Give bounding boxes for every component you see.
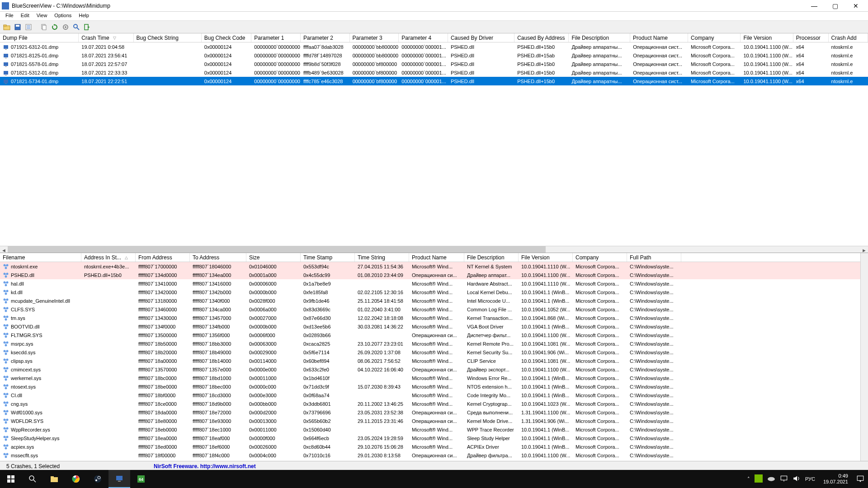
bluescreenview-taskbar-icon[interactable] [108,470,130,488]
module-row[interactable]: mssecflt.sysfffff807`18f00000fffff807`18… [0,451,860,460]
module-row[interactable]: tm.sysfffff807`13430000fffff807`13457000… [0,314,860,322]
column-header[interactable]: Time String [355,253,409,262]
column-header[interactable]: Parameter 2 [301,33,350,42]
search-icon[interactable] [22,470,43,488]
clock[interactable]: 0:49 19.07.2021 [820,473,852,485]
cell: Microsoft® Wind... [409,314,464,322]
column-header[interactable]: Processor [793,33,829,42]
notifications-icon[interactable] [856,474,864,483]
column-header[interactable]: Company [573,253,627,262]
column-header[interactable]: Company [688,33,741,42]
cell: Microsoft® Wind... [409,399,464,408]
scroll-left-icon[interactable]: ◄ [0,246,8,253]
column-header[interactable]: Filename [0,253,81,262]
copy-icon[interactable] [39,22,49,32]
module-row[interactable]: BOOTVID.dllfffff807`134f0000fffff807`134… [0,322,860,331]
volume-icon[interactable] [793,474,801,483]
module-row[interactable]: PSHED.dllPSHED.dll+15b0fffff807`134d0000… [0,271,860,279]
column-header[interactable]: Crash Add [829,33,868,42]
menu-help[interactable]: Help [75,12,93,20]
module-row[interactable]: ntosext.sysfffff807`18be0000fffff807`18b… [0,382,860,391]
nvidia-icon[interactable] [755,474,763,483]
language-indicator[interactable]: РУС [805,476,815,482]
module-row[interactable]: msrpc.sysfffff807`18b50000fffff807`18bb3… [0,339,860,348]
start-button[interactable] [0,470,22,488]
crash-list-body[interactable]: 071921-6312-01.dmp19.07.2021 0:04:580x00… [0,42,868,246]
module-row[interactable]: ksecdd.sysfffff807`18b20000fffff807`18b4… [0,348,860,357]
column-header[interactable]: Parameter 1 [251,33,301,42]
vertical-scrollbar[interactable] [860,253,868,461]
find-icon[interactable] [71,22,81,32]
column-header[interactable]: Bug Check String [134,33,202,42]
column-header[interactable]: Caused By Address [514,33,569,42]
tray-chevron-icon[interactable]: ˄ [747,476,750,482]
cell: PSHED.dll [448,51,514,60]
module-row[interactable]: werkernel.sysfffff807`18bc0000fffff807`1… [0,374,860,382]
column-header[interactable]: Dump File [0,33,79,42]
module-row[interactable]: mcupdate_GenuineIntel.dllfffff807`131800… [0,296,860,305]
column-header[interactable]: File Description [569,33,630,42]
exit-icon[interactable] [82,22,92,32]
module-row[interactable]: cng.sysfffff807`18ce0000fffff807`18d9b00… [0,399,860,408]
column-header[interactable]: File Description [464,253,519,262]
module-row[interactable]: FLTMGR.SYSfffff807`13500000fffff807`1356… [0,331,860,339]
column-header[interactable]: File Version [741,33,793,42]
network-icon[interactable] [780,474,788,483]
module-row[interactable]: Wdf01000.sysfffff807`18da0000fffff807`18… [0,408,860,417]
column-header[interactable]: Address In St...△ [81,253,136,262]
module-row[interactable]: ntoskrnl.exentoskrnl.exe+4b3e...fffff807… [0,262,860,271]
module-row[interactable]: WDFLDR.SYSfffff807`18e80000fffff807`18e9… [0,417,860,425]
refresh-icon[interactable] [50,22,60,32]
column-header[interactable]: Full Path [627,253,681,262]
module-row[interactable]: CI.dllfffff807`18bf0000fffff807`18cd3000… [0,391,860,399]
onedrive-icon[interactable] [767,474,775,483]
crash-row[interactable]: 071821-8125-01.dmp18.07.2021 23:56:410x0… [0,51,868,60]
crash-row[interactable]: 071821-5734-01.dmp18.07.2021 22:22:510x0… [0,77,868,85]
maximize-button[interactable]: ▢ [825,0,845,12]
module-row[interactable]: cmimcext.sysfffff807`13570000fffff807`13… [0,365,860,374]
column-header[interactable]: File Version [519,253,573,262]
module-row[interactable]: hal.dllfffff807`13410000fffff807`1341600… [0,279,860,288]
crash-row[interactable]: 071821-5578-01.dmp18.07.2021 22:57:070x0… [0,60,868,68]
open-icon[interactable] [2,22,12,32]
module-row[interactable]: WppRecorder.sysfffff807`18eb0000fffff807… [0,425,860,434]
module-list-body[interactable]: ntoskrnl.exentoskrnl.exe+4b3e...fffff807… [0,262,860,461]
crash-row[interactable]: 071821-5312-01.dmp18.07.2021 22:33:330x0… [0,68,868,77]
options-icon[interactable] [61,22,71,32]
module-row[interactable]: acpiex.sysfffff807`18ed0000fffff807`18ef… [0,442,860,451]
module-row[interactable]: SleepStudyHelper.sysfffff807`18ea0000fff… [0,434,860,442]
cell: fffff807`13420000 [136,288,190,296]
column-header[interactable]: Parameter 3 [350,33,399,42]
menu-options[interactable]: Options [51,12,75,20]
explorer-icon[interactable] [43,470,65,488]
column-header[interactable]: To Address [190,253,246,262]
scroll-thumb[interactable] [8,246,546,253]
crash-row[interactable]: 071921-6312-01.dmp19.07.2021 0:04:580x00… [0,42,868,51]
svg-rect-164 [857,476,863,480]
minimize-button[interactable]: — [804,0,825,12]
menu-edit[interactable]: Edit [17,12,33,20]
properties-icon[interactable] [24,22,33,32]
cell: 12.02.2042 18:18:08 [355,314,409,322]
steam-icon[interactable] [87,470,108,488]
x64-icon[interactable]: 64 [130,470,152,488]
scroll-right-icon[interactable]: ► [860,246,868,253]
module-row[interactable]: clipsp.sysfffff807`18a00000fffff807`18b1… [0,357,860,365]
column-header[interactable]: Crash Time▽ [79,33,133,42]
column-header[interactable]: Bug Check Code [202,33,252,42]
horizontal-scrollbar[interactable]: ◄ ► [0,246,868,253]
menu-file[interactable]: File [2,12,17,20]
column-header[interactable]: Time Stamp [301,253,355,262]
menu-view[interactable]: View [33,12,51,20]
column-header[interactable]: Product Name [409,253,464,262]
chrome-icon[interactable] [65,470,87,488]
column-header[interactable]: Parameter 4 [399,33,448,42]
column-header[interactable]: Size [246,253,301,262]
module-row[interactable]: CLFS.SYSfffff807`13460000fffff807`134ca0… [0,305,860,314]
save-icon[interactable] [13,22,23,32]
column-header[interactable]: Caused By Driver [448,33,514,42]
column-header[interactable]: Product Name [630,33,688,42]
module-row[interactable]: kd.dllfffff807`13420000fffff807`1342b000… [0,288,860,296]
close-button[interactable]: ✕ [845,0,866,12]
column-header[interactable]: From Address [136,253,190,262]
